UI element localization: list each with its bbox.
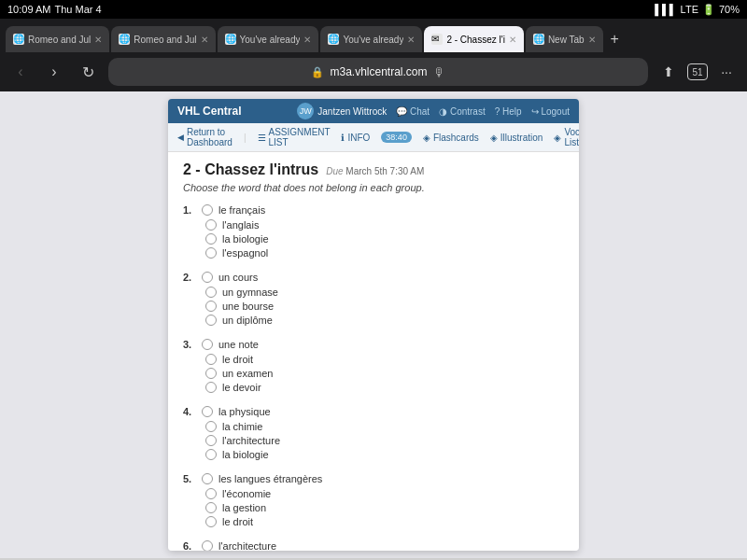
assignment-name: Chassez l'intrus (204, 161, 318, 177)
question-header-5: 5.les langues étrangères (183, 473, 564, 484)
browser-chrome: 🌐 Romeo and Jul ✕ 🌐 Romeo and Jul ✕ 🌐 Yo… (0, 19, 747, 91)
info-label: INFO (347, 133, 370, 143)
radio-term-1[interactable] (202, 204, 213, 216)
tab-3-label: You've already (240, 35, 301, 45)
radio-circle-5-3[interactable] (205, 516, 217, 527)
user-info: JW Jantzen Wittrock (297, 103, 387, 119)
radio-circle-3-2[interactable] (205, 368, 217, 379)
tab-1-close[interactable]: ✕ (94, 35, 102, 45)
option-label-3-3: le devoir (222, 382, 261, 393)
option-label-1-3: l'espagnol (222, 247, 268, 259)
radio-circle-5-1[interactable] (205, 488, 217, 499)
option-label-4-2: l'architecture (222, 435, 280, 446)
tab-3[interactable]: 🌐 You've already ✕ (218, 26, 319, 52)
radio-term-5[interactable] (202, 473, 213, 484)
radio-circle-4-2[interactable] (205, 435, 217, 446)
tabs-bar: 🌐 Romeo and Jul ✕ 🌐 Romeo and Jul ✕ 🌐 Yo… (0, 19, 747, 52)
radio-circle-3-3[interactable] (205, 382, 217, 393)
flashcards-link[interactable]: ◈ Flashcards (423, 133, 479, 143)
logout-link[interactable]: ↪ Logout (531, 106, 570, 117)
tab-6[interactable]: 🌐 New Tab ✕ (526, 26, 603, 52)
question-term-2: un cours (218, 272, 258, 283)
radio-circle-4-1[interactable] (205, 421, 217, 432)
question-term-1: le français (218, 204, 265, 216)
option-label-1-2: la biologie (222, 233, 269, 245)
radio-option-3-2: un examen (205, 368, 564, 379)
assignment-title: 2 - Chassez l'intrus (183, 161, 318, 178)
radio-term-6[interactable] (202, 540, 213, 551)
radio-option-2-2: une bourse (205, 301, 564, 312)
radio-term-3[interactable] (202, 339, 213, 350)
help-link[interactable]: ? Help (495, 106, 522, 117)
radio-term-2[interactable] (202, 272, 213, 283)
flashcards-label: Flashcards (433, 133, 479, 143)
tab-2-close[interactable]: ✕ (201, 35, 208, 45)
tab-5-close[interactable]: ✕ (509, 35, 516, 45)
lock-icon: 🔒 (311, 66, 324, 78)
radio-circle-2-2[interactable] (205, 301, 217, 312)
radio-option-1-1: l'anglais (205, 219, 564, 231)
question-number-5: 5. (183, 473, 196, 484)
user-name: Jantzen Wittrock (317, 106, 387, 117)
menu-button[interactable]: ··· (713, 59, 740, 85)
info-link[interactable]: ℹ INFO (341, 133, 370, 143)
tab-count[interactable]: 51 (687, 63, 708, 80)
tab-3-favicon: 🌐 (225, 34, 236, 45)
address-actions: ⬆ 51 ··· (655, 59, 740, 85)
chat-link[interactable]: 💬 Chat (396, 106, 430, 117)
question-group-4: 4.la physiquela chimiel'architecturela b… (183, 406, 564, 460)
carrier-label: LTE (681, 4, 698, 15)
radio-circle-3-1[interactable] (205, 354, 217, 365)
radio-circle-2-1[interactable] (205, 287, 217, 298)
mic-icon: 🎙 (433, 65, 445, 79)
info-icon: ℹ (341, 133, 345, 143)
return-to-dashboard[interactable]: Return to Dashboard (177, 127, 233, 147)
tab-5[interactable]: ✉ 2 - Chassez l'i ✕ (424, 26, 524, 52)
page-area: VHL Central JW Jantzen Wittrock 💬 Chat ◑… (0, 91, 747, 558)
timer-badge: 38:40 (381, 132, 412, 143)
forward-button[interactable]: › (41, 59, 67, 85)
tab-2[interactable]: 🌐 Romeo and Jul ✕ (111, 26, 215, 52)
question-term-4: la physique (218, 406, 271, 417)
assignment-number: 2 (183, 161, 191, 177)
radio-circle-5-2[interactable] (205, 502, 217, 513)
question-term-5: les langues étrangères (218, 473, 322, 484)
option-label-5-2: la gestion (222, 502, 266, 513)
vocabulary-list-link[interactable]: ◈ Vocabulary List (554, 127, 579, 147)
tab-1[interactable]: 🌐 Romeo and Jul ✕ (6, 26, 109, 52)
url-bar[interactable]: 🔒 m3a.vhlcentral.com 🎙 (108, 58, 648, 86)
tab-6-close[interactable]: ✕ (588, 35, 596, 45)
tab-1-favicon: 🌐 (13, 34, 24, 45)
illustration-link[interactable]: ◈ Illustration (490, 133, 543, 143)
radio-circle-1-3[interactable] (205, 247, 217, 259)
vhl-content: 2 - Chassez l'intrus Due March 5th 7:30 … (168, 152, 579, 551)
question-group-2: 2.un coursun gymnaseune bourseun diplôme (183, 272, 564, 326)
vocabulary-icon: ◈ (554, 133, 561, 143)
radio-circle-4-3[interactable] (205, 449, 217, 460)
question-number-4: 4. (183, 406, 196, 417)
option-label-1-1: l'anglais (222, 219, 259, 231)
assignment-separator: - (195, 161, 204, 177)
tab-4-close[interactable]: ✕ (407, 35, 415, 45)
new-tab-button[interactable]: + (605, 26, 625, 52)
assignment-list-link[interactable]: ☰ ASSIGNMENT LIST (258, 127, 331, 147)
radio-option-4-2: l'architecture (205, 435, 564, 446)
assignment-list-label: ASSIGNMENT LIST (269, 127, 331, 147)
radio-option-2-1: un gymnase (205, 287, 564, 298)
radio-circle-1-2[interactable] (205, 233, 217, 245)
radio-term-4[interactable] (202, 406, 213, 417)
radio-circle-1-1[interactable] (205, 219, 217, 231)
option-label-2-1: un gymnase (222, 287, 278, 298)
tab-4-label: You've already (343, 35, 403, 45)
contrast-link[interactable]: ◑ Contrast (439, 106, 486, 117)
radio-circle-2-3[interactable] (205, 315, 217, 326)
share-button[interactable]: ⬆ (655, 59, 682, 85)
tab-3-close[interactable]: ✕ (303, 35, 311, 45)
question-header-2: 2.un cours (183, 272, 564, 283)
tab-2-favicon: 🌐 (119, 34, 130, 45)
back-button[interactable]: ‹ (7, 59, 34, 85)
radio-option-5-2: la gestion (205, 502, 564, 513)
tab-4[interactable]: 🌐 You've already ✕ (320, 26, 422, 52)
question-group-5: 5.les langues étrangèresl'économiela ges… (183, 473, 564, 527)
reload-button[interactable]: ↻ (75, 59, 101, 85)
